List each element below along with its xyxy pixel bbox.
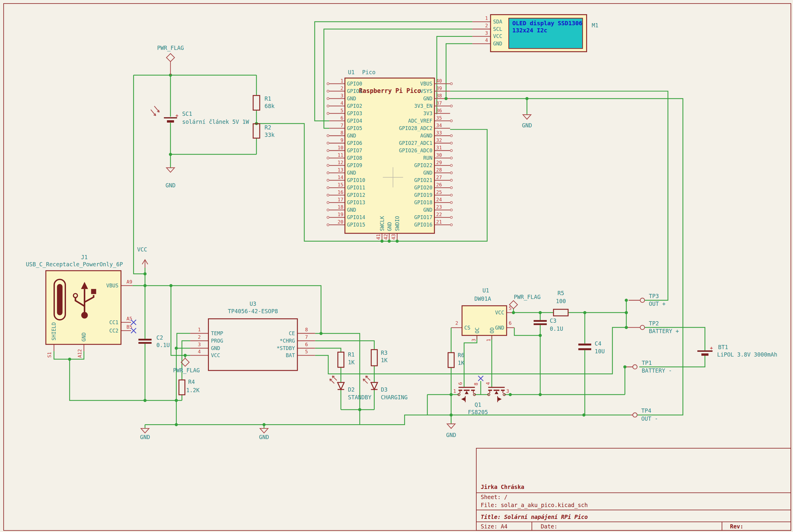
solar-cell-symbol[interactable]: + SC1 solární článek 5V 1W [151,106,249,125]
charger-pin-number: 5 [305,349,308,355]
resistor-r5[interactable]: R5 100 [554,290,568,316]
q1-pin-number: 4 [485,382,491,385]
pwr-flag-protection[interactable]: PWR_FLAG [510,294,541,308]
charger-pin-name: TEMP [211,330,223,336]
pico-pin-name: 3V3_EN [414,103,432,109]
pico-pin-name: GND [423,170,432,176]
charger-value: TP4056-42-ESOP8 [228,308,278,315]
pwr-flag-charger[interactable]: PWR_FLAG [173,358,200,374]
c3-value: 0.1U [550,326,563,332]
charger-pin-name: GND [211,345,220,351]
pico-pin-number: 21 [436,219,442,225]
gnd-symbol-bottom-left[interactable]: GND [140,429,150,440]
charger-pin-number: 3 [198,342,201,347]
charger-pin-number: 7 [305,334,308,340]
pico-symbol[interactable]: U1 Pico Raspberry Pi Pico 1 2 3 4 5 6 7 … [327,69,452,240]
resistor-r4[interactable]: R4 1.2K [179,379,200,395]
pico-pin-number: 31 [436,145,442,151]
usb-pin-name: VBUS [106,283,118,288]
dw01a-pin-name: VCC [495,310,504,316]
resistor-r2-divider[interactable]: R2 33k [253,124,275,138]
pico-pin-name: GPIO12 [347,192,365,198]
tp4-ref: TP4 [641,407,651,414]
dw01a-pin-name: GND [495,325,504,331]
pico-pin-name: SWDIO [394,216,400,231]
pico-pin-number: 8 [340,130,344,136]
capacitor-c4[interactable]: C4 10U [578,341,605,355]
gnd-label: GND [140,434,150,440]
pico-pin-number: 4 [340,100,344,106]
pico-pin-number: 13 [337,167,343,173]
oled-screen-line1: OLED display SSD1306 [512,20,582,27]
usb-connector-symbol[interactable]: J1 USB_C_Receptacle_PowerOnly_6P VBUS CC… [26,254,136,358]
pico-pin-name: GPIO15 [347,222,365,228]
no-connect-cc1 [131,320,136,325]
resistor-r1-divider[interactable]: R1 68k [253,96,275,110]
pico-pin-number: 20 [337,219,343,225]
pico-pin-name: GPIO9 [347,163,362,168]
battery-plus: + [710,345,713,351]
pico-pin-number: 11 [337,152,343,158]
pico-pin-name: VBUS [420,81,432,87]
r5-value: 100 [556,298,566,304]
r6-ref: R6 [458,352,464,358]
resistor-r6[interactable]: R6 1K [448,352,465,367]
c3-ref: C3 [550,318,556,324]
oled-pin-number: 3 [485,30,488,36]
led-section: R1 1K R3 1K D2 STANDBY D3 CHARGING [330,350,408,401]
charger-symbol[interactable]: U3 TP4056-42-ESOP8 1 2 3 4 TEMP PROG GND… [198,301,308,370]
gnd-label: GND [259,434,269,440]
q1-pin-number: 8 [473,383,479,386]
charger-pin-number: 6 [305,342,308,347]
charger-pin-number: 1 [198,327,201,332]
pico-pin-name: GND [347,170,356,176]
pico-pin-number: 35 [436,115,442,121]
vcc-power-symbol[interactable]: VCC [137,246,148,267]
pico-pin-name: GPIO18 [414,200,432,206]
usb-ref: J1 [81,254,88,260]
oled-pin-number: 2 [485,23,488,28]
r4-ref: R4 [188,379,195,385]
pico-pin-name: ADC_VREF [408,118,432,124]
pico-pin-name: GND [423,96,432,101]
battery-symbol[interactable]: + BT1 LiPOL 3.8V 3000mAh [697,344,777,358]
testpoint-stubs [625,300,640,415]
pico-pin-number: 43 [391,234,396,240]
capacitor-c2[interactable]: C2 0.1U [139,335,170,348]
pico-pin-name: GND [347,207,356,213]
pico-pin-name: GND [347,133,356,139]
usb-pin-name: CC2 [109,328,118,334]
resistor-r1-led[interactable]: R1 1K [338,352,355,367]
gnd-label: GND [166,182,176,189]
q1-pin-number: 3 [506,388,509,394]
r3-value: 1K [381,357,388,363]
gnd-symbol-top-right[interactable]: GND [522,115,532,129]
dw01a-pin-number: 3 [471,339,477,342]
tp3-ref: TP3 [649,293,659,299]
pwr-flag-solar[interactable]: PWR_FLAG [157,45,184,75]
r5-ref: R5 [557,290,564,296]
title-block-title: Title: Solární napájení RPi Pico [481,514,588,520]
gnd-symbol-bottom-mid[interactable]: GND [259,429,269,440]
pico-pin-number: 7 [340,122,344,128]
capacitor-c3[interactable]: C3 0.1U [534,318,563,331]
solar-section: PWR_FLAG + SC1 solární článek 5V 1W GND … [151,45,275,189]
pico-pin-name: GPIO5 [347,125,362,131]
solar-ref: SC1 [182,111,192,117]
gnd-symbol-q1[interactable]: GND [446,424,456,438]
pico-pin-name: GPIO26_ADC0 [399,148,432,153]
mosfet-q1-symbol[interactable]: 6 4 8 1 3 Q1 FS8205 [454,376,509,415]
pico-pin-name: GPIO27_ADC1 [399,140,432,146]
title-block-date: Date: [541,524,557,530]
protection-ic-symbol[interactable]: U1 DW01A CS VCC GND OC OD 2 5 6 3 1 [455,287,512,341]
r3-ref: R3 [381,350,388,356]
oled-module-symbol[interactable]: OLED display SSD1306 132x24 I2c M1 1 2 3… [485,15,598,52]
resistor-r3-led[interactable]: R3 1K [371,350,388,366]
vcc-label: VCC [137,246,147,253]
gnd-symbol-solar[interactable]: GND [166,168,176,189]
usb-pin-name: GND [81,332,87,342]
charger-ref: U3 [250,301,256,307]
pico-pin-number: 1 [340,78,344,84]
pico-pin-number: 25 [436,189,442,195]
oled-pin-number: 4 [485,37,488,43]
